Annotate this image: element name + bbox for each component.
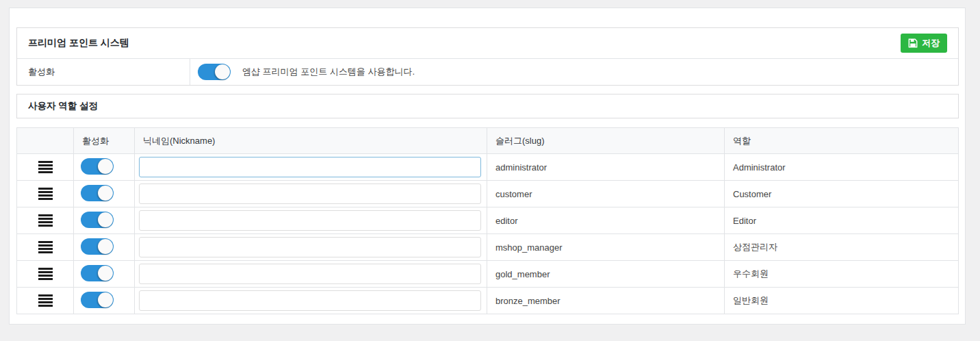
nickname-cell	[135, 181, 487, 207]
nickname-input[interactable]	[139, 157, 481, 177]
nickname-input[interactable]	[139, 264, 481, 284]
drag-handle-icon[interactable]	[38, 186, 53, 201]
nickname-cell	[135, 207, 487, 234]
role-value: Customer	[733, 189, 771, 199]
slug-cell: mshop_manager	[487, 234, 725, 261]
slug-cell: gold_member	[487, 261, 725, 288]
header-role: 역할	[725, 128, 959, 154]
table-row: administrator Administrator	[17, 154, 959, 181]
table-row: gold_member 우수회원	[17, 261, 959, 288]
slug-cell: bronze_member	[487, 288, 725, 314]
enable-toggle[interactable]	[81, 292, 114, 308]
enable-toggle[interactable]	[198, 64, 231, 80]
role-cell: 일반회원	[725, 288, 959, 314]
toggle-cell	[74, 181, 135, 207]
header-enabled: 활성화	[74, 128, 135, 154]
nickname-cell	[135, 288, 487, 314]
roles-section-box: 사용자 역할 설정	[16, 94, 959, 118]
nickname-input[interactable]	[139, 237, 481, 257]
slug-cell: administrator	[487, 154, 725, 181]
drag-handle-icon[interactable]	[38, 160, 53, 175]
floppy-disk-icon	[908, 38, 918, 48]
slug-cell: customer	[487, 181, 725, 207]
table-row: editor Editor	[17, 207, 959, 234]
enable-toggle[interactable]	[81, 265, 114, 281]
slug-value: mshop_manager	[495, 242, 563, 253]
slug-cell: editor	[487, 207, 725, 234]
role-value: Administrator	[733, 162, 786, 173]
nickname-cell	[135, 261, 487, 288]
enable-toggle[interactable]	[81, 158, 114, 175]
slug-value: gold_member	[495, 269, 550, 279]
role-value: 우수회원	[733, 268, 769, 279]
settings-panel: 프리미엄 포인트 시스템 저장 활성화 엠샵 프리미엄 포인트 시스템을 사용합…	[9, 8, 966, 325]
page-title: 프리미엄 포인트 시스템	[28, 37, 129, 49]
drag-cell	[17, 207, 74, 234]
premium-points-box: 프리미엄 포인트 시스템 저장 활성화 엠샵 프리미엄 포인트 시스템을 사용합…	[16, 27, 959, 86]
drag-handle-icon[interactable]	[38, 293, 53, 308]
role-value: Editor	[733, 216, 756, 226]
enable-description: 엠샵 프리미엄 포인트 시스템을 사용합니다.	[242, 66, 415, 78]
drag-handle-icon[interactable]	[38, 213, 53, 228]
enable-row: 활성화 엠샵 프리미엄 포인트 시스템을 사용합니다.	[17, 58, 958, 85]
slug-value: administrator	[495, 162, 547, 173]
table-row: customer Customer	[17, 181, 959, 207]
toggle-cell	[74, 207, 135, 234]
save-button[interactable]: 저장	[901, 34, 947, 53]
role-cell: Customer	[725, 181, 959, 207]
enable-toggle[interactable]	[81, 238, 114, 255]
role-cell: 상점관리자	[725, 234, 959, 261]
role-value: 상점관리자	[733, 242, 777, 252]
table-row: bronze_member 일반회원	[17, 288, 959, 314]
nickname-input[interactable]	[139, 210, 481, 231]
drag-handle-icon[interactable]	[38, 240, 53, 255]
enable-toggle[interactable]	[81, 212, 114, 228]
premium-points-header: 프리미엄 포인트 시스템 저장	[17, 28, 958, 58]
roles-table: 활성화 닉네임(Nickname) 슬러그(slug) 역할 administr…	[16, 127, 959, 314]
toggle-cell	[74, 154, 135, 181]
nickname-cell	[135, 154, 487, 181]
role-cell: Editor	[725, 207, 959, 234]
enable-row-label: 활성화	[17, 59, 190, 85]
slug-value: editor	[495, 216, 518, 226]
header-nickname: 닉네임(Nickname)	[135, 128, 487, 154]
toggle-cell	[74, 234, 135, 261]
header-slug: 슬러그(slug)	[487, 128, 725, 154]
slug-value: customer	[495, 189, 532, 199]
drag-cell	[17, 288, 74, 314]
enable-row-content: 엠샵 프리미엄 포인트 시스템을 사용합니다.	[190, 59, 958, 85]
drag-cell	[17, 261, 74, 288]
save-button-label: 저장	[922, 37, 940, 49]
role-value: 일반회원	[733, 295, 769, 305]
drag-cell	[17, 181, 74, 207]
drag-handle-icon[interactable]	[38, 266, 53, 281]
roles-section-title: 사용자 역할 설정	[28, 101, 98, 111]
roles-table-body: administrator Administrator customer Cus…	[17, 154, 959, 314]
slug-value: bronze_member	[495, 296, 560, 306]
nickname-input[interactable]	[139, 290, 481, 311]
roles-table-header-row: 활성화 닉네임(Nickname) 슬러그(slug) 역할	[17, 128, 959, 154]
header-drag	[17, 128, 74, 154]
nickname-input[interactable]	[139, 184, 481, 204]
drag-cell	[17, 154, 74, 181]
role-cell: Administrator	[725, 154, 959, 181]
toggle-cell	[74, 288, 135, 314]
toggle-cell	[74, 261, 135, 288]
table-row: mshop_manager 상점관리자	[17, 234, 959, 261]
nickname-cell	[135, 234, 487, 261]
enable-toggle[interactable]	[81, 185, 114, 201]
drag-cell	[17, 234, 74, 261]
role-cell: 우수회원	[725, 261, 959, 288]
